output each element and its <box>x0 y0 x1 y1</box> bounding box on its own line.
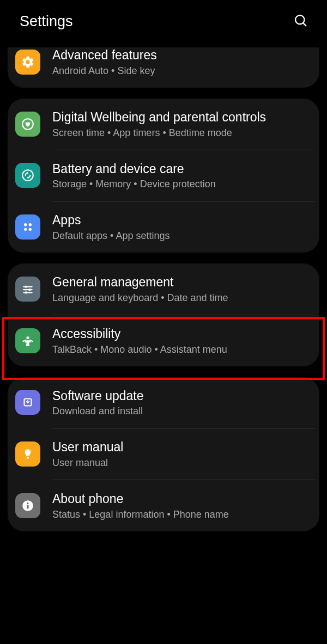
item-text: Digital Wellbeing and parental controlsS… <box>52 109 307 139</box>
item-title: About phone <box>52 491 307 507</box>
settings-list: Advanced featuresAndroid Auto • Side key… <box>0 47 327 531</box>
svg-point-19 <box>27 502 28 504</box>
bulb-icon <box>15 441 40 467</box>
heart-icon <box>15 112 40 137</box>
info-icon <box>15 493 40 518</box>
item-title: General management <box>52 274 307 290</box>
svg-point-13 <box>25 291 27 293</box>
item-subtitle: Download and install <box>52 406 307 417</box>
person-icon <box>15 328 40 353</box>
download-icon <box>15 390 40 415</box>
svg-rect-20 <box>27 505 28 509</box>
item-text: Software updateDownload and install <box>52 388 307 418</box>
item-subtitle: Storage • Memory • Device protection <box>52 179 307 190</box>
settings-group: Software updateDownload and installUser … <box>8 377 319 531</box>
settings-item-about-phone[interactable]: About phoneStatus • Legal information • … <box>8 480 319 531</box>
item-subtitle: TalkBack • Mono audio • Assistant menu <box>52 344 307 355</box>
settings-item-battery-and-device-care[interactable]: Battery and device careStorage • Memory … <box>8 150 319 201</box>
svg-point-6 <box>24 228 27 231</box>
grid-icon <box>15 214 40 240</box>
item-subtitle: Status • Legal information • Phone name <box>52 509 307 520</box>
item-text: Battery and device careStorage • Memory … <box>52 161 307 191</box>
sliders-icon <box>15 277 40 302</box>
item-subtitle: User manual <box>52 457 307 469</box>
item-title: Software update <box>52 388 307 404</box>
item-text: About phoneStatus • Legal information • … <box>52 491 307 520</box>
page-title: Settings <box>20 13 73 30</box>
item-title: Advanced features <box>52 47 307 63</box>
search-button[interactable] <box>291 11 311 32</box>
svg-point-7 <box>29 228 32 231</box>
settings-item-advanced-features[interactable]: Advanced featuresAndroid Auto • Side key <box>8 47 319 88</box>
item-text: AccessibilityTalkBack • Mono audio • Ass… <box>52 326 307 355</box>
svg-point-14 <box>26 336 29 339</box>
item-subtitle: Language and keyboard • Date and time <box>52 292 307 304</box>
settings-item-accessibility[interactable]: AccessibilityTalkBack • Mono audio • Ass… <box>8 315 319 366</box>
item-text: Advanced featuresAndroid Auto • Side key <box>52 47 307 77</box>
item-title: Battery and device care <box>52 161 307 177</box>
search-icon <box>293 22 308 30</box>
refresh-icon <box>15 163 40 188</box>
gear-icon <box>15 50 40 75</box>
settings-group: General managementLanguage and keyboard … <box>8 263 319 366</box>
item-title: Digital Wellbeing and parental controls <box>52 109 307 125</box>
item-subtitle: Android Auto • Side key <box>52 65 307 77</box>
item-text: AppsDefault apps • App settings <box>52 212 307 242</box>
header: Settings <box>0 0 327 42</box>
svg-point-9 <box>25 285 27 287</box>
settings-item-apps[interactable]: AppsDefault apps • App settings <box>8 201 319 253</box>
item-title: Accessibility <box>52 326 307 342</box>
settings-group: Digital Wellbeing and parental controlsS… <box>8 99 319 253</box>
item-title: Apps <box>52 212 307 228</box>
svg-line-1 <box>303 23 306 26</box>
settings-item-user-manual[interactable]: User manualUser manual <box>8 428 319 480</box>
settings-item-general-management[interactable]: General managementLanguage and keyboard … <box>8 263 319 315</box>
settings-group: Advanced featuresAndroid Auto • Side key <box>8 47 319 88</box>
item-subtitle: Screen time • App timers • Bedtime mode <box>52 127 307 139</box>
svg-point-11 <box>28 289 31 291</box>
svg-point-5 <box>29 223 32 226</box>
svg-point-3 <box>22 170 33 181</box>
item-title: User manual <box>52 439 307 455</box>
settings-item-digital-wellbeing-and-parental-controls[interactable]: Digital Wellbeing and parental controlsS… <box>8 99 319 150</box>
item-text: User manualUser manual <box>52 439 307 469</box>
item-subtitle: Default apps • App settings <box>52 230 307 242</box>
settings-item-software-update[interactable]: Software updateDownload and install <box>8 377 319 428</box>
svg-point-4 <box>24 223 27 226</box>
item-text: General managementLanguage and keyboard … <box>52 274 307 304</box>
